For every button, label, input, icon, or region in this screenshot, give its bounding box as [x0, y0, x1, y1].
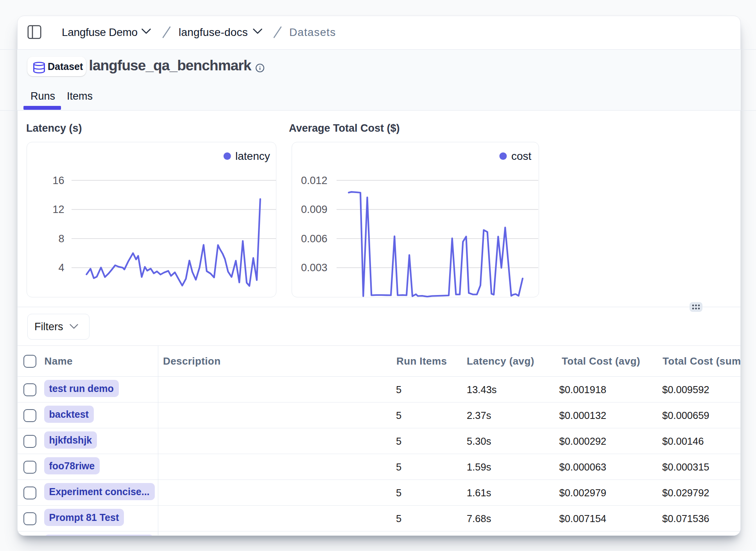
- svg-text:0.003: 0.003: [301, 262, 328, 274]
- svg-text:8: 8: [58, 233, 64, 244]
- svg-text:latency: latency: [235, 150, 270, 162]
- svg-text:0.012: 0.012: [301, 174, 328, 186]
- svg-text:0.006: 0.006: [301, 233, 328, 244]
- svg-text:cost: cost: [511, 150, 532, 162]
- svg-text:0.009: 0.009: [301, 204, 328, 215]
- svg-text:4: 4: [58, 262, 64, 274]
- svg-text:12: 12: [52, 204, 64, 215]
- svg-text:16: 16: [52, 174, 64, 186]
